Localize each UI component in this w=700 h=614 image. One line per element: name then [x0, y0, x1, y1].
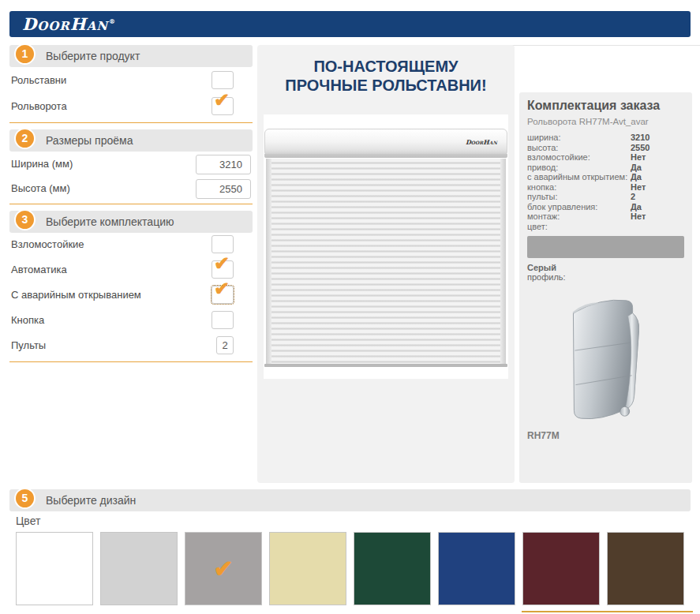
knopka-checkbox[interactable] [211, 311, 234, 329]
color-swatch-5[interactable] [354, 532, 431, 605]
section-3-header: 3 Выберите комплектацию [9, 211, 253, 233]
color-swatch-1[interactable] [16, 532, 93, 605]
check-icon: ✔ [214, 254, 230, 273]
order-row: ширина:3210 [527, 133, 684, 143]
color-label: Цвет [16, 515, 40, 527]
order-row: блок управления:Да [527, 202, 684, 212]
order-details: ширина:3210 высота:2550 взломостойкие:Не… [527, 133, 684, 231]
left-column: 1 Выберите продукт Рольставни Рольворота… [9, 45, 253, 369]
avtomatika-label: Автоматика [11, 264, 67, 275]
order-row: высота:2550 [527, 143, 684, 153]
color-swatch-8[interactable] [607, 532, 684, 605]
product-preview-panel: ПО-НАСТОЯЩЕМУ ПРОЧНЫЕ РОЛЬСТАВНИ! DoorHa… [257, 45, 515, 483]
profile-name: RH77M [527, 430, 684, 441]
height-input[interactable] [196, 179, 251, 199]
step-3-badge: 3 [14, 209, 36, 230]
option-row-knopka: Кнопка [11, 311, 253, 330]
step-2-badge: 2 [14, 128, 36, 149]
shutter-bottom-bar [264, 364, 507, 367]
check-icon: ✔ [214, 279, 230, 298]
color-swatch-6[interactable] [438, 532, 515, 605]
profile-image [557, 288, 652, 429]
option-row-vzlom: Взломостойкие [11, 235, 253, 254]
order-row: привод:Да [527, 163, 684, 173]
product-row-rolstavni: Рольставни [11, 71, 253, 90]
rolvorota-checkbox[interactable]: ✔ [211, 97, 234, 115]
order-row: с аварийным открытием:Да [527, 172, 684, 182]
header-bar: DoorHan® [9, 11, 691, 37]
color-swatch-7[interactable] [522, 532, 600, 605]
width-label: Ширина (мм) [11, 158, 73, 170]
section-5-title: Выберите дизайн [46, 489, 691, 511]
section-2-title: Размеры проёма [46, 129, 253, 152]
rolstavni-checkbox[interactable] [211, 71, 234, 89]
section-3-title: Выберите комплектацию [46, 211, 253, 233]
guide-rail-right [500, 159, 506, 364]
height-label: Высота (мм) [11, 182, 70, 194]
order-summary-panel: Комплектация заказа Рольворота RH77M-Avt… [519, 92, 692, 483]
vzlom-checkbox[interactable] [211, 235, 234, 253]
section-1-header: 1 Выберите продукт [9, 45, 253, 67]
step-5-badge: 5 [14, 488, 36, 509]
avar-checkbox[interactable]: ✔ [211, 286, 234, 304]
option-row-avtomatika: Автоматика ✔ [11, 260, 253, 279]
avtomatika-checkbox[interactable]: ✔ [211, 260, 234, 279]
width-input[interactable] [196, 155, 251, 174]
order-row: взломостойкие:Нет [527, 152, 684, 163]
order-subtitle: Рольворота RH77M-Avt_avar [527, 117, 684, 126]
bottom-accent-line [522, 611, 693, 612]
check-icon: ✔ [213, 555, 233, 582]
top-divider-line [500, 45, 700, 46]
option-row-avar: С аварийным открыванием ✔ [11, 286, 253, 305]
order-row: цвет: [527, 222, 684, 232]
guide-rail-left [266, 159, 271, 364]
check-icon: ✔ [214, 91, 230, 110]
section-2-header: 2 Размеры проёма [9, 129, 253, 152]
profile-label: профиль: [527, 272, 684, 282]
order-title: Комплектация заказа [527, 99, 684, 113]
avar-label: С аварийным открыванием [11, 289, 141, 301]
section-divider [9, 204, 253, 204]
pulty-row: Пульты [11, 336, 253, 355]
doorhan-logo[interactable]: DoorHan® [22, 14, 116, 34]
color-swatch-3[interactable]: ✔ [185, 532, 262, 605]
promo-line-1: ПО-НАСТОЯЩЕМУ [257, 57, 515, 76]
promo-heading: ПО-НАСТОЯЩЕМУ ПРОЧНЫЕ РОЛЬСТАВНИ! [257, 57, 515, 95]
rolvorota-label: Рольворота [11, 100, 67, 112]
selected-color-name: Серый [527, 263, 684, 272]
height-row: Высота (мм) [11, 179, 253, 198]
width-row: Ширина (мм) [11, 155, 253, 174]
promo-line-2: ПРОЧНЫЕ РОЛЬСТАВНИ! [257, 76, 515, 95]
order-row: пульты:2 [527, 192, 684, 202]
section-divider [9, 122, 253, 123]
section-divider [9, 361, 253, 362]
profile-slat-drawing [557, 288, 652, 429]
color-swatch-4[interactable] [269, 532, 346, 605]
pulty-input[interactable] [216, 336, 234, 354]
section-1-title: Выберите продукт [46, 45, 253, 67]
product-row-rolvorota: Рольворота ✔ [11, 97, 253, 116]
shutter-box: DoorHan [264, 129, 507, 155]
registered-mark: ® [109, 17, 116, 25]
order-row: монтаж:Нет [527, 212, 684, 222]
order-row: кнопка:Нет [527, 182, 684, 193]
rolstavni-label: Рольставни [11, 74, 66, 86]
pulty-label: Пульты [11, 339, 46, 351]
color-swatch-row: ✔ [16, 532, 684, 605]
vzlom-label: Взломостойкие [11, 238, 84, 250]
step-1-badge: 1 [14, 43, 36, 65]
color-swatch-2[interactable] [100, 532, 178, 605]
logo-text: DoorHan [22, 14, 108, 34]
knopka-label: Кнопка [11, 314, 44, 326]
selected-color-swatch [527, 236, 684, 258]
section-5-header: 5 Выберите дизайн [9, 489, 691, 511]
box-logo: DoorHan [466, 138, 497, 146]
shutter-curtain [266, 159, 506, 364]
